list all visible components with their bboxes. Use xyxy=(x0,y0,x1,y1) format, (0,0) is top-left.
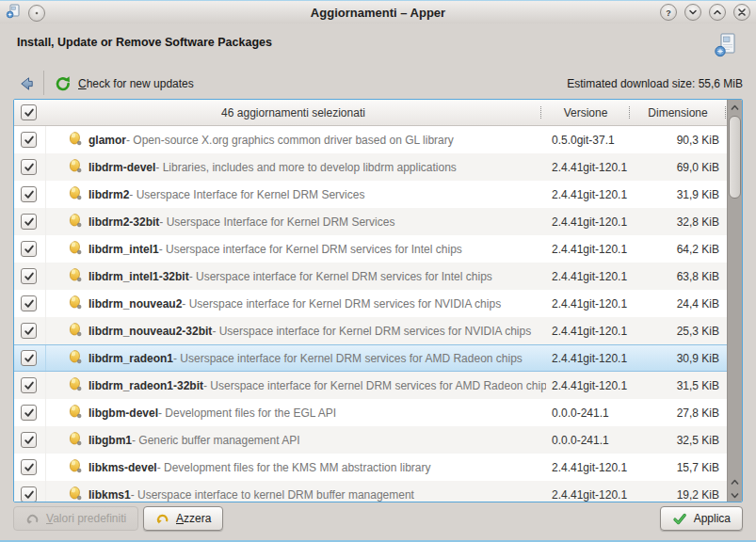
checkmark-icon xyxy=(672,512,687,526)
defaults-label: Valori predefiniti xyxy=(46,512,126,525)
table-row[interactable]: libdrm_intel1-32bit - Userspace interfac… xyxy=(14,263,727,290)
scroll-down-button[interactable] xyxy=(728,488,742,502)
version-column-header[interactable]: Versione xyxy=(542,106,629,120)
check-updates-button[interactable]: Check for new updates xyxy=(55,72,194,95)
version-cell: 2.4.41git-120.1 xyxy=(546,215,633,229)
package-name: libdrm2 xyxy=(88,188,129,201)
version-cell: 2.4.41git-120.1 xyxy=(546,297,633,311)
table-row[interactable]: libdrm_nouveau2-32bit - Userspace interf… xyxy=(14,317,727,344)
package-summary: - Generic buffer management API xyxy=(132,434,300,447)
select-all-checkbox[interactable] xyxy=(21,104,37,120)
defaults-button: Valori predefiniti xyxy=(13,506,138,531)
row-checkbox[interactable] xyxy=(21,159,37,175)
package-summary: - Userspace interface to kernel DRM buff… xyxy=(131,488,414,502)
version-cell: 2.4.41git-120.1 xyxy=(546,243,633,256)
row-checkbox[interactable] xyxy=(21,350,37,366)
maximize-button[interactable] xyxy=(709,4,726,21)
size-cell: 15,7 KiB xyxy=(633,461,727,474)
pin-button[interactable] xyxy=(28,5,45,22)
apply-button[interactable]: Applica xyxy=(660,506,743,531)
table-row[interactable]: libkms1 - Userspace interface to kernel … xyxy=(14,481,727,502)
version-cell: 2.4.41git-120.1 xyxy=(546,325,633,338)
row-checkbox[interactable] xyxy=(21,323,37,339)
scroll-up-button-bottom[interactable] xyxy=(728,475,742,488)
package-icon xyxy=(68,322,83,340)
version-cell: 2.4.41git-120.1 xyxy=(546,270,633,283)
package-name: libdrm_intel1 xyxy=(88,243,159,256)
package-icon xyxy=(68,431,83,449)
minimize-button[interactable] xyxy=(684,4,701,21)
row-checkbox[interactable] xyxy=(21,132,37,148)
table-row[interactable]: libdrm_radeon1-32bit - Userspace interfa… xyxy=(14,372,727,399)
package-icon xyxy=(68,240,83,258)
size-cell: 30,9 KiB xyxy=(633,352,727,365)
package-name: libdrm_nouveau2-32bit xyxy=(88,325,212,338)
package-icon xyxy=(68,295,83,312)
version-cell: 2.4.41git-120.1 xyxy=(546,488,633,502)
row-checkbox[interactable] xyxy=(21,486,37,502)
package-summary: - Userspace interface for Kernel DRM ser… xyxy=(203,379,546,392)
row-checkbox[interactable] xyxy=(21,377,37,393)
row-checkbox[interactable] xyxy=(21,295,37,311)
undo-icon xyxy=(25,512,40,526)
size-cell: 90,3 KiB xyxy=(633,134,727,147)
package-summary: - Userspace interface for Kernel DRM ser… xyxy=(212,325,531,338)
back-arrow-icon xyxy=(17,74,36,93)
package-name: libdrm_radeon1 xyxy=(88,352,173,365)
row-checkbox[interactable] xyxy=(21,432,37,448)
table-row[interactable]: libdrm-devel - Libraries, includes and m… xyxy=(14,153,727,181)
table-row[interactable]: libgbm1 - Generic buffer management API … xyxy=(14,426,727,454)
package-icon xyxy=(68,267,83,285)
table-row[interactable]: libkms-devel - Development files for the… xyxy=(14,454,727,481)
row-checkbox[interactable] xyxy=(21,459,37,475)
back-button[interactable] xyxy=(15,72,38,95)
version-cell: 0.0.0-241.1 xyxy=(546,434,633,447)
row-checkbox[interactable] xyxy=(21,186,37,202)
help-button[interactable]: ? xyxy=(660,4,677,21)
close-button[interactable] xyxy=(733,4,750,21)
size-column-header[interactable]: Dimensione xyxy=(631,106,725,120)
updates-table: 46 aggiornamenti selezionati Versione Di… xyxy=(13,99,743,502)
version-cell: 0.0.0-241.1 xyxy=(546,406,633,420)
table-body: glamor - Open-source X.org graphics comm… xyxy=(14,126,727,502)
row-checkbox[interactable] xyxy=(21,268,37,284)
package-summary: - Userspace interface for Kernel DRM ser… xyxy=(173,352,523,365)
row-checkbox[interactable] xyxy=(21,241,37,257)
apper-window: Aggiornamenti – Apper ? Insta xyxy=(0,0,756,542)
package-icon xyxy=(68,213,83,231)
undo-icon xyxy=(155,512,169,526)
scroll-up-button[interactable] xyxy=(728,101,742,114)
table-row[interactable]: libgbm-devel - Development files for the… xyxy=(14,399,727,426)
package-summary: - Development files for the EGL API xyxy=(158,406,336,420)
size-cell: 63,8 KiB xyxy=(633,270,727,283)
package-name: glamor xyxy=(88,134,126,147)
size-cell: 19,2 KiB xyxy=(633,488,727,502)
size-cell: 25,3 KiB xyxy=(633,325,727,338)
footer: Valori predefiniti Azzera Applica xyxy=(0,505,756,532)
row-checkbox[interactable] xyxy=(21,405,37,421)
selection-summary-header[interactable]: 46 aggiornamenti selezionati xyxy=(46,106,540,120)
package-summary: - Userspace interface for Kernel DRM ser… xyxy=(189,270,492,283)
table-row[interactable]: glamor - Open-source X.org graphics comm… xyxy=(14,126,727,153)
table-row[interactable]: libdrm2 - Userspace Interface for Kernel… xyxy=(14,181,727,208)
reset-button[interactable]: Azzera xyxy=(143,506,223,531)
size-cell: 24,4 KiB xyxy=(633,297,727,311)
size-cell: 64,2 KiB xyxy=(633,243,727,256)
package-icon xyxy=(68,131,83,149)
table-row[interactable]: libdrm_nouveau2 - Userspace interface fo… xyxy=(14,290,727,317)
package-summary: - Userspace Interface for Kernel DRM Ser… xyxy=(129,188,364,201)
version-cell: 2.4.41git-120.1 xyxy=(546,161,633,174)
package-name: libgbm-devel xyxy=(88,406,158,420)
titlebar[interactable]: Aggiornamenti – Apper ? xyxy=(0,1,756,24)
table-row[interactable]: libdrm2-32bit - Userspace Interface for … xyxy=(14,208,727,235)
package-summary: - Development files for the KMS MM abstr… xyxy=(157,461,431,474)
app-icon xyxy=(6,4,21,22)
package-icon xyxy=(68,376,83,394)
scrollbar-thumb[interactable] xyxy=(729,116,741,199)
table-header[interactable]: 46 aggiornamenti selezionati Versione Di… xyxy=(14,100,727,126)
table-row[interactable]: libdrm_intel1 - Userspace interface for … xyxy=(14,235,727,263)
row-checkbox[interactable] xyxy=(21,214,37,230)
table-row[interactable]: libdrm_radeon1 - Userspace interface for… xyxy=(14,344,727,372)
vertical-scrollbar[interactable] xyxy=(727,100,742,502)
package-name: libdrm2-32bit xyxy=(88,215,159,229)
